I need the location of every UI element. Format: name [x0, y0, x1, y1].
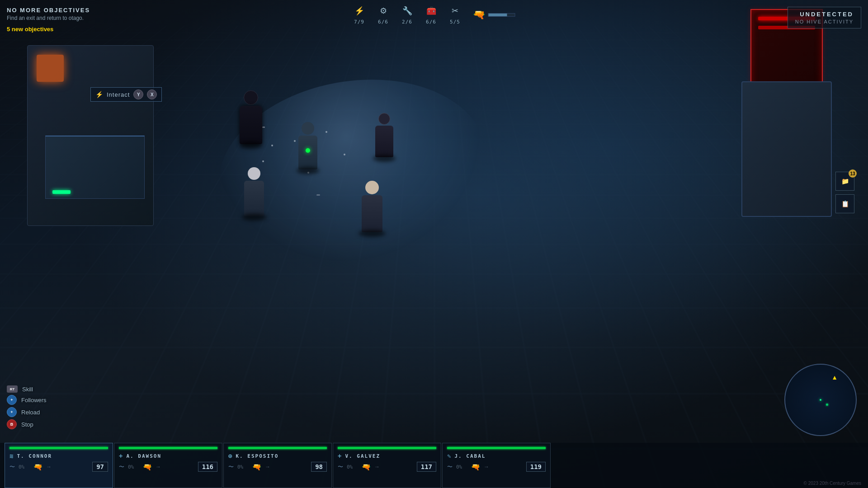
char-shadow: [240, 142, 262, 149]
char-body: [298, 136, 317, 169]
heartbeat-icon: 〜: [9, 463, 15, 471]
connor-name: ≋ T. CONNOR: [9, 452, 108, 460]
char-head: [365, 181, 379, 194]
arrow-icon: →: [156, 464, 161, 470]
cabal-stats: 〜 0% 🔫 → 119: [447, 462, 546, 472]
esposito-icon: ⊕: [228, 452, 233, 460]
connor-icon: ≋: [9, 452, 14, 460]
heartbeat-icon: 〜: [119, 463, 124, 471]
hud-icon-weapon: 🔫: [473, 9, 515, 21]
gear-icon: ⚙: [377, 5, 390, 17]
minimap: ▲: [784, 364, 857, 436]
char-body: [375, 126, 393, 157]
arrow-icon: →: [46, 464, 52, 470]
action-followers: + Followers: [7, 395, 47, 405]
char-card-connor: ≋ T. CONNOR 〜 0% 🔫 → 97: [5, 443, 113, 488]
esposito-health-fill: [228, 447, 327, 449]
heartbeat-icon: 〜: [228, 463, 234, 471]
esposito-weapon-icon: 🔫: [252, 463, 261, 471]
hud-top-icons: ⚡ 7/9 ⚙ 6/6 🔧 2/6 🧰 6/6 ✂ 5/5 🔫: [353, 5, 515, 25]
bolts-count: 7/9: [354, 19, 364, 25]
action-skill: RT Skill: [7, 385, 47, 393]
cabal-icon: ✎: [447, 452, 452, 460]
skill-label: Skill: [22, 386, 33, 393]
char-indicator: [306, 148, 310, 153]
hud-status-panel: UNDETECTED NO HIVE ACTIVITY: [788, 7, 861, 28]
folder-icon: 📁: [841, 178, 849, 185]
cabal-name: ✎ J. CABAL: [447, 452, 546, 460]
dawson-icon: +: [119, 452, 123, 460]
heartbeat-icon: 〜: [338, 463, 343, 471]
galvez-stats: 〜 0% 🔫 → 117: [338, 462, 436, 472]
reload-button[interactable]: +: [7, 407, 17, 417]
action-stop: B Stop: [7, 419, 47, 429]
connor-stats: 〜 0% 🔫 → 97: [9, 462, 108, 472]
connor-health-fill: [9, 447, 108, 449]
debris-particle: [326, 131, 327, 133]
clipboard-button[interactable]: 📋: [835, 194, 854, 213]
heartbeat-icon: 〜: [447, 463, 453, 471]
debris-particle: [344, 154, 345, 155]
bolts-icon: ⚡: [353, 5, 366, 17]
stop-label: Stop: [21, 421, 33, 428]
interact-key-x: X: [147, 89, 157, 99]
hud-icon-wrench: 🔧 2/6: [401, 5, 414, 25]
char-head: [302, 122, 314, 135]
character-cards-bar: ≋ T. CONNOR 〜 0% 🔫 → 97 + A. DAWSON 〜: [0, 443, 868, 488]
objective-subtitle: Find an exit and return to otago.: [7, 15, 90, 21]
minimap-arrow: ▲: [831, 374, 838, 381]
debris-particle: [271, 145, 273, 146]
copyright-text: © 2023 20th Century Games: [804, 481, 861, 486]
interact-prompt: ⚡ Interact Y X: [90, 87, 162, 102]
ammo-bar: [488, 13, 515, 17]
char-shadow: [242, 214, 267, 221]
minimap-player-dot: [826, 404, 828, 406]
dawson-name: + A. DAWSON: [119, 452, 217, 460]
connor-health-bar: [9, 447, 108, 449]
hud-icon-gear: ⚙ 6/6: [377, 5, 390, 25]
char-head: [248, 167, 260, 180]
clipboard-icon: 📋: [841, 200, 849, 207]
character-front-center: [362, 181, 382, 232]
weapon-icon: 🔫: [473, 9, 486, 21]
console-left: [45, 136, 145, 199]
folder-button[interactable]: 📁 13: [835, 172, 854, 191]
hud-right-icons: 📁 13 📋: [835, 172, 854, 213]
medkit-icon: 🧰: [425, 5, 438, 17]
hud-action-buttons: RT Skill + Followers + Reload B Stop: [7, 385, 47, 429]
followers-button[interactable]: +: [7, 395, 17, 405]
char-card-esposito: ⊕ K. ESPOSITO 〜 0% 🔫 → 98: [223, 443, 332, 488]
character-dark-figure: [240, 90, 262, 144]
debris-particle: [294, 140, 296, 142]
esposito-stats: 〜 0% 🔫 → 98: [228, 462, 327, 472]
hud-icon-scissors: ✂ 5/5: [449, 5, 462, 25]
cabal-health-fill: [447, 447, 546, 449]
galvez-icon: +: [338, 452, 342, 460]
wrench-count: 2/6: [402, 19, 412, 25]
galvez-weapon-icon: 🔫: [362, 463, 371, 471]
gear-count: 6/6: [378, 19, 388, 25]
debris-particle: [262, 127, 265, 128]
char-body: [244, 181, 264, 216]
esposito-name: ⊕ K. ESPOSITO: [228, 452, 327, 460]
char-shadow: [359, 230, 386, 237]
new-objectives-label: 5 new objectives: [7, 26, 90, 33]
cabal-health-bar: [447, 447, 546, 449]
connor-weapon-icon: 🔫: [33, 463, 42, 471]
dawson-health-fill: [119, 447, 217, 449]
esposito-health-bar: [228, 447, 327, 449]
char-body: [362, 195, 382, 232]
arrow-icon: →: [484, 464, 489, 470]
status-undetected: UNDETECTED: [795, 11, 854, 18]
game-viewport: ⚡ Interact Y X NO MORE OBJECTIVES Find a…: [0, 0, 868, 488]
arrow-icon: →: [374, 464, 380, 470]
galvez-health-fill: [338, 447, 436, 449]
rt-button[interactable]: RT: [7, 385, 18, 393]
stop-button[interactable]: B: [7, 419, 17, 429]
char-head: [244, 90, 258, 105]
cabal-weapon-icon: 🔫: [471, 463, 480, 471]
debris-particle: [262, 160, 264, 162]
debris-particle: [316, 194, 320, 196]
character-green-light: [298, 122, 317, 169]
medkit-count: 6/6: [426, 19, 436, 25]
